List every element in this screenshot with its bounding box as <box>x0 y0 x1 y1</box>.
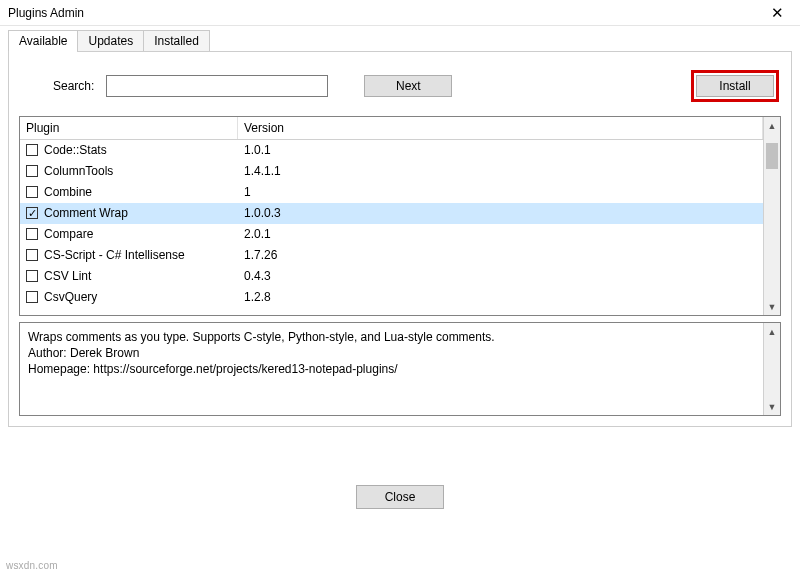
toolbar: Search: Next Install <box>9 52 791 116</box>
plugin-cell: Code::Stats <box>20 143 238 157</box>
scroll-up-arrow[interactable]: ▲ <box>764 323 780 340</box>
plugin-version: 1.0.0.3 <box>238 206 763 220</box>
scroll-down-arrow[interactable]: ▼ <box>764 398 780 415</box>
plugin-version: 1.0.1 <box>238 143 763 157</box>
plugin-cell: Compare <box>20 227 238 241</box>
plugin-checkbox[interactable] <box>26 291 38 303</box>
tab-available[interactable]: Available <box>8 30 78 51</box>
table-row[interactable]: CSV Lint0.4.3 <box>20 266 763 287</box>
close-icon[interactable]: ✕ <box>760 2 794 24</box>
plugin-version: 1.4.1.1 <box>238 164 763 178</box>
dialog-footer: Close <box>0 485 800 509</box>
plugin-name: Compare <box>44 227 93 241</box>
close-button[interactable]: Close <box>356 485 444 509</box>
tab-updates[interactable]: Updates <box>77 30 144 51</box>
description-panel: Wraps comments as you type. Supports C-s… <box>19 322 781 416</box>
column-header-version[interactable]: Version <box>238 117 763 139</box>
plugin-name: Comment Wrap <box>44 206 128 220</box>
plugin-cell: CsvQuery <box>20 290 238 304</box>
plugin-cell: ColumnTools <box>20 164 238 178</box>
plugin-cell: Comment Wrap <box>20 206 238 220</box>
table-row[interactable]: Combine1 <box>20 182 763 203</box>
watermark: wsxdn.com <box>6 560 58 571</box>
plugin-version: 2.0.1 <box>238 227 763 241</box>
tab-strip: Available Updates Installed <box>0 26 800 51</box>
description-scrollbar[interactable]: ▲ ▼ <box>763 323 780 415</box>
plugin-checkbox[interactable] <box>26 207 38 219</box>
table-scrollbar[interactable]: ▲ ▼ <box>763 117 780 315</box>
search-label: Search: <box>53 79 94 93</box>
description-text: Wraps comments as you type. Supports C-s… <box>20 323 763 415</box>
plugin-checkbox[interactable] <box>26 186 38 198</box>
scroll-up-arrow[interactable]: ▲ <box>764 117 780 134</box>
plugin-cell: CS-Script - C# Intellisense <box>20 248 238 262</box>
titlebar: Plugins Admin ✕ <box>0 0 800 26</box>
plugin-checkbox[interactable] <box>26 228 38 240</box>
plugin-table: Plugin Version Code::Stats1.0.1ColumnToo… <box>19 116 781 316</box>
plugin-name: Combine <box>44 185 92 199</box>
table-row[interactable]: ColumnTools1.4.1.1 <box>20 161 763 182</box>
table-row[interactable]: Code::Stats1.0.1 <box>20 140 763 161</box>
plugin-checkbox[interactable] <box>26 249 38 261</box>
plugin-version: 1.2.8 <box>238 290 763 304</box>
plugin-name: Code::Stats <box>44 143 107 157</box>
table-row[interactable]: Compare2.0.1 <box>20 224 763 245</box>
scroll-down-arrow[interactable]: ▼ <box>764 298 780 315</box>
plugin-name: ColumnTools <box>44 164 113 178</box>
plugin-checkbox[interactable] <box>26 144 38 156</box>
scroll-thumb[interactable] <box>766 143 778 169</box>
plugin-cell: CSV Lint <box>20 269 238 283</box>
install-highlight: Install <box>691 70 779 102</box>
install-button[interactable]: Install <box>696 75 774 97</box>
next-button[interactable]: Next <box>364 75 452 97</box>
plugin-cell: Combine <box>20 185 238 199</box>
plugin-name: CsvQuery <box>44 290 97 304</box>
plugin-version: 0.4.3 <box>238 269 763 283</box>
plugin-version: 1.7.26 <box>238 248 763 262</box>
table-header: Plugin Version <box>20 117 763 140</box>
plugin-version: 1 <box>238 185 763 199</box>
tab-panel-available: Search: Next Install Plugin Version Code… <box>8 51 792 427</box>
table-row[interactable]: CS-Script - C# Intellisense1.7.26 <box>20 245 763 266</box>
plugin-name: CS-Script - C# Intellisense <box>44 248 185 262</box>
window-title: Plugins Admin <box>8 6 84 20</box>
search-input[interactable] <box>106 75 328 97</box>
table-row[interactable]: Comment Wrap1.0.0.3 <box>20 203 763 224</box>
column-header-plugin[interactable]: Plugin <box>20 117 238 139</box>
plugin-checkbox[interactable] <box>26 165 38 177</box>
tab-installed[interactable]: Installed <box>143 30 210 51</box>
plugin-checkbox[interactable] <box>26 270 38 282</box>
plugin-name: CSV Lint <box>44 269 91 283</box>
table-row[interactable]: CsvQuery1.2.8 <box>20 287 763 308</box>
